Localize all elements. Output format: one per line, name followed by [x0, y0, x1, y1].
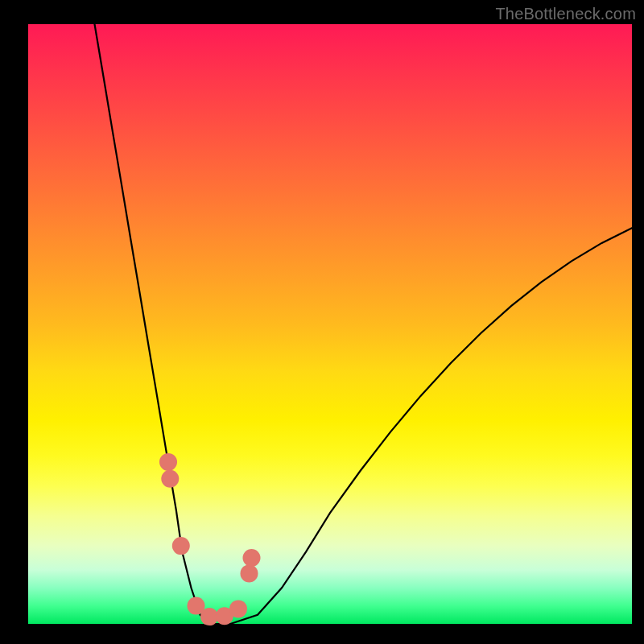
highlight-points [159, 453, 261, 625]
curve-layer [28, 24, 632, 624]
chart-frame: TheBottleneck.com [0, 0, 644, 644]
marker-point [229, 600, 247, 617]
plot-area [28, 24, 632, 624]
marker-point [161, 470, 179, 488]
marker-point [172, 537, 190, 555]
bottleneck-curve [95, 24, 633, 624]
marker-point [243, 549, 261, 567]
marker-point [200, 608, 218, 625]
marker-point [241, 564, 258, 582]
marker-point [159, 453, 177, 471]
watermark-text: TheBottleneck.com [495, 5, 636, 23]
